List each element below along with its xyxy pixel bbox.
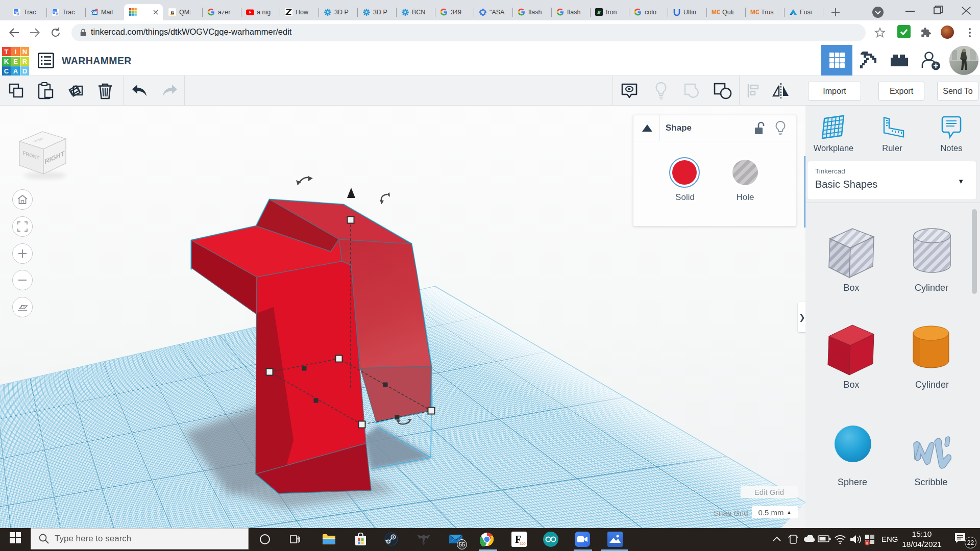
svg-text:3: 3 — [866, 541, 869, 545]
svg-text:360: 360 — [520, 542, 526, 545]
svg-text:a: a — [171, 9, 174, 15]
svg-text:MG: MG — [750, 9, 759, 16]
svg-text:文: 文 — [16, 12, 20, 15]
svg-text:文: 文 — [55, 12, 59, 15]
svg-text:MG: MG — [712, 9, 720, 16]
